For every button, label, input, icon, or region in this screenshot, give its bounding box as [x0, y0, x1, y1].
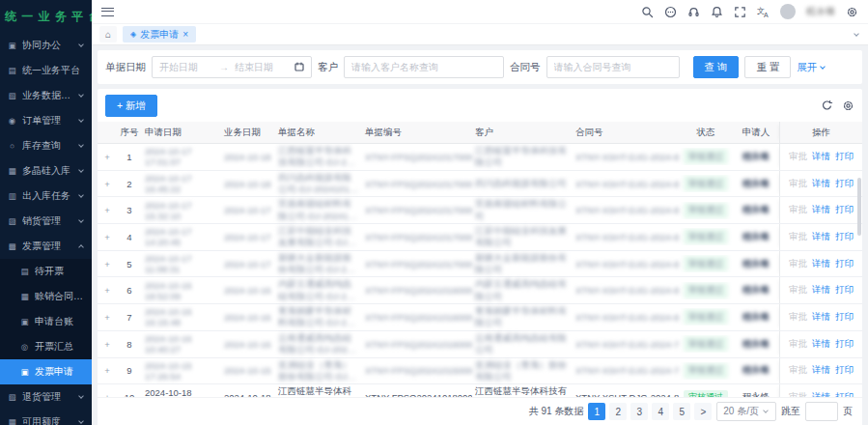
approve-link[interactable]: 审批 — [789, 364, 807, 377]
row-expander-icon[interactable]: + — [98, 311, 117, 324]
approve-link[interactable]: 审批 — [789, 231, 807, 243]
page-size-select[interactable]: 20 条/页 — [716, 402, 776, 421]
cell-customer: 宜昌南玻硅材料有限公司 — [472, 197, 573, 223]
sidebar-item-analytics[interactable]: ▧业务数据分析 — [0, 83, 92, 108]
row-seq: 8 — [117, 338, 142, 351]
tab-invoice-apply[interactable]: ◈ 发票申请 × — [123, 26, 196, 42]
print-link[interactable]: 打印 — [835, 364, 854, 377]
cell-doc-name: 四川晶科能源有限公司-DJ-2024101716对XTNY-XSHT-DJG-2… — [275, 171, 362, 197]
fullscreen-icon[interactable] — [734, 6, 746, 18]
page-button-3[interactable]: 3 — [630, 403, 648, 420]
print-link[interactable]: 打印 — [835, 338, 854, 351]
print-link[interactable]: 打印 — [835, 178, 854, 190]
jump-page-input[interactable] — [805, 402, 838, 421]
bell-icon[interactable] — [711, 6, 723, 18]
status-badge: 审核通过 — [684, 283, 728, 298]
tab-close-icon[interactable]: × — [182, 30, 188, 40]
row-expander-icon[interactable]: + — [98, 364, 117, 377]
row-expander-icon[interactable]: + — [98, 151, 117, 163]
row-expander-icon[interactable]: + — [98, 258, 117, 270]
sidebar-item-silicon-in[interactable]: ▦多晶硅入库 — [0, 158, 92, 184]
avatar[interactable] — [780, 4, 796, 19]
page-size-value: 20 条/页 — [723, 405, 759, 418]
date-range-picker[interactable]: 开始日期 → 结束日期 — [152, 56, 312, 78]
sidebar-item-office[interactable]: ▣协同办公 — [0, 33, 92, 58]
page-button-2[interactable]: 2 — [609, 403, 627, 420]
user-name[interactable]: 程永锋 — [806, 5, 835, 18]
collapse-sidebar-icon[interactable] — [101, 8, 114, 16]
detail-link[interactable]: 详情 — [812, 151, 830, 163]
detail-link[interactable]: 详情 — [812, 311, 830, 324]
row-expander-icon[interactable]: + — [98, 284, 117, 297]
column-header: 业务日期 — [221, 126, 275, 140]
vertical-scrollbar[interactable] — [857, 178, 861, 236]
reset-button[interactable]: 重 置 — [744, 56, 791, 78]
sidebar-item-inventory[interactable]: ○库存查询 — [0, 133, 92, 158]
approve-link[interactable]: 审批 — [789, 178, 807, 190]
tab-home[interactable]: ⌂ — [99, 26, 117, 42]
page-button-1[interactable]: 1 — [588, 403, 605, 420]
cell-doc-no: XTNY-FPSQ20241016000014 — [362, 284, 472, 297]
cell-customer: 青海丽豪半导体材料有限公司 — [472, 304, 573, 330]
approve-link[interactable]: 审批 — [789, 151, 807, 163]
detail-link[interactable]: 详情 — [812, 178, 830, 190]
approve-link[interactable]: 审批 — [789, 204, 807, 216]
detail-link[interactable]: 详情 — [812, 204, 830, 216]
sidebar-subitem-invoice-summary[interactable]: ◎开票汇总 — [0, 334, 92, 359]
row-expander-icon[interactable]: + — [98, 338, 117, 351]
print-link[interactable]: 打印 — [835, 231, 854, 243]
cell-ops: 审批详情打印 — [779, 251, 862, 277]
cell-contract-no: XTNY-XSHT-DJG-2024-84-1 — [573, 204, 679, 216]
approve-link[interactable]: 审批 — [789, 258, 807, 270]
row-expander-icon[interactable]: + — [98, 204, 117, 216]
search-icon[interactable] — [641, 6, 654, 18]
refresh-icon[interactable] — [821, 99, 833, 112]
sidebar-item-wh-tasks[interactable]: ▥出入库任务 — [0, 184, 92, 209]
cell-biz-date: 2024-10-16 — [221, 338, 275, 351]
cell-contract-no: XTNY-XSHT-DJG-2024-81-1 — [573, 284, 679, 297]
next-page-button[interactable]: > — [694, 403, 712, 420]
sidebar-item-orders[interactable]: ◉订单管理 — [0, 108, 92, 133]
row-seq: 5 — [117, 258, 142, 270]
approve-link[interactable]: 审批 — [789, 284, 807, 297]
print-link[interactable]: 打印 — [835, 258, 854, 270]
column-settings-icon[interactable] — [842, 99, 854, 112]
customer-input[interactable] — [344, 56, 504, 78]
message-icon[interactable] — [664, 6, 677, 18]
sidebar-subitem-credit-invoice[interactable]: ▦赊销合同开票 — [0, 284, 92, 309]
sidebar-subitem-apply-ledger[interactable]: ▣申请台账 — [0, 309, 92, 334]
approve-link[interactable]: 审批 — [789, 311, 807, 324]
add-button[interactable]: + 新增 — [105, 95, 157, 117]
tab-bar: ⌂ ◈ 发票申请 × — [92, 24, 868, 45]
row-seq: 4 — [117, 231, 142, 243]
customer-service-icon[interactable] — [687, 6, 700, 18]
expand-filters-link[interactable]: 展开 — [797, 61, 826, 74]
search-button[interactable]: 查 询 — [693, 56, 740, 78]
sidebar-subitem-invoice-apply[interactable]: ▣发票申请 — [0, 359, 92, 384]
row-expander-icon[interactable]: + — [98, 178, 117, 190]
print-link[interactable]: 打印 — [835, 204, 854, 216]
sidebar-subitem-to-invoice[interactable]: ▤待开票 — [0, 259, 92, 284]
sidebar-item-returns[interactable]: ▧退货管理 — [0, 384, 92, 410]
detail-link[interactable]: 详情 — [812, 284, 830, 297]
tab-options-chevron-icon[interactable] — [854, 34, 860, 36]
page-button-5[interactable]: 5 — [673, 403, 690, 420]
print-link[interactable]: 打印 — [835, 151, 854, 163]
detail-link[interactable]: 详情 — [812, 364, 830, 377]
detail-link[interactable]: 详情 — [812, 258, 830, 270]
sidebar-item-platform[interactable]: ▤统一业务平台 — [0, 58, 92, 83]
page-button-4[interactable]: 4 — [652, 403, 669, 420]
contract-input[interactable] — [546, 56, 680, 78]
print-link[interactable]: 打印 — [835, 284, 854, 297]
approve-link[interactable]: 审批 — [789, 338, 807, 351]
print-link[interactable]: 打印 — [835, 311, 854, 324]
gear-icon[interactable] — [846, 6, 858, 18]
detail-link[interactable]: 详情 — [812, 231, 830, 243]
detail-link[interactable]: 详情 — [812, 338, 830, 351]
row-expander-icon[interactable]: + — [98, 231, 117, 243]
translate-icon[interactable]: 文A — [757, 6, 770, 18]
sidebar-item-quota[interactable]: ▦可用额度 — [0, 410, 92, 425]
pagination: 共 91 条数据 12345> 20 条/页 跳至 页 — [98, 397, 862, 425]
sidebar-item-sales[interactable]: ▨销货管理 — [0, 209, 92, 234]
sidebar-item-invoice-mgmt[interactable]: ▩发票管理 — [0, 234, 92, 259]
